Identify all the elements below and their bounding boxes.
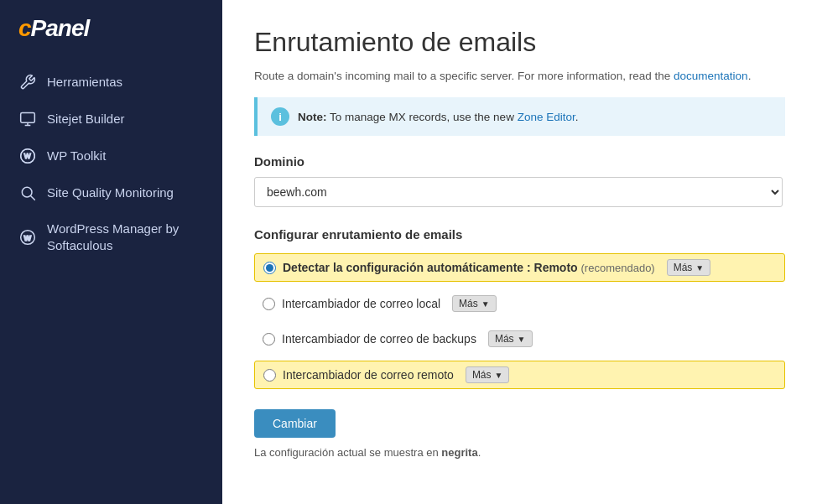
sidebar-item-sitejet[interactable]: Sitejet Builder [0,101,222,138]
sidebar-item-label-sitejet: Sitejet Builder [47,111,125,127]
cambiar-button[interactable]: Cambiar [254,409,336,438]
config-section-label: Configurar enrutamiento de emails [254,227,785,242]
sidebar-item-wp-manager[interactable]: W WordPress Manager by Softaculous [0,211,222,262]
cpanel-logo: cPanel [18,15,204,42]
sidebar-item-label-wp-toolkit: WP Toolkit [47,148,106,164]
sidebar-item-wp-toolkit[interactable]: W WP Toolkit [0,138,222,174]
info-icon: i [271,107,289,126]
radio-label-remoto[interactable]: Intercambiador de correo remoto [283,368,454,382]
dropdown-arrow-backup: ▼ [518,335,526,344]
sidebar-item-site-quality[interactable]: Site Quality Monitoring [0,174,222,211]
wordpress2-icon: W [18,228,37,247]
radio-backup[interactable] [263,333,275,346]
svg-rect-0 [21,113,35,123]
mas-btn-local[interactable]: Más ▼ [452,295,497,312]
svg-line-6 [31,196,35,200]
radio-local[interactable] [263,298,275,310]
wordpress-icon: W [18,147,37,165]
radio-option-remoto: Intercambiador de correo remoto Más ▼ [254,361,785,389]
sidebar-item-herramientas[interactable]: Herramientas [0,64,222,101]
dropdown-arrow-auto: ▼ [695,263,704,273]
page-title: Enrutamiento de emails [254,27,785,58]
radio-option-auto: Detectar la configuración automáticament… [254,253,785,282]
svg-text:W: W [23,233,31,242]
sidebar-item-label-site-quality: Site Quality Monitoring [47,184,174,201]
mas-btn-backup[interactable]: Más ▼ [488,330,533,347]
dropdown-arrow-local: ▼ [481,299,490,309]
radio-label-local[interactable]: Intercambiador de correo local [282,297,440,310]
radio-label-backup[interactable]: Intercambiador de correo de backups [282,332,476,346]
mas-btn-remoto[interactable]: Más ▼ [466,366,510,383]
radio-label-auto[interactable]: Detectar la configuración automáticament… [283,261,655,274]
monitor-icon [18,110,37,128]
svg-text:W: W [24,152,31,160]
domain-label: Dominio [254,154,785,169]
sidebar-item-label-wp-manager: WordPress Manager by Softaculous [47,221,204,253]
note-box: i Note: To manage MX records, use the ne… [254,97,785,136]
sidebar-item-label-herramientas: Herramientas [47,74,122,91]
sidebar-nav: Herramientas Sitejet Builder W [0,57,222,269]
radio-option-backup: Intercambiador de correo de backups Más … [254,325,785,352]
dropdown-arrow-remoto: ▼ [495,371,503,380]
zone-editor-link[interactable]: Zone Editor [518,111,575,123]
search-icon [18,184,37,202]
subtitle: Route a domain's incoming mail to a spec… [254,70,785,82]
main-content: Enrutamiento de emails Route a domain's … [222,0,817,504]
radio-auto[interactable] [263,262,276,274]
wrench-icon [18,73,37,91]
note-text: Note: To manage MX records, use the new … [298,111,578,123]
sidebar: cPanel Herramientas Sitejet Builder [0,0,222,504]
footer-note: La configuración actual se muestra en ne… [254,446,785,459]
sidebar-logo: cPanel [0,0,222,57]
mas-btn-auto[interactable]: Más ▼ [667,259,711,276]
domain-select[interactable]: beewh.com [254,177,783,207]
radio-remoto[interactable] [263,369,276,382]
radio-option-local: Intercambiador de correo local Más ▼ [254,290,785,317]
documentation-link[interactable]: documentation [674,70,748,82]
